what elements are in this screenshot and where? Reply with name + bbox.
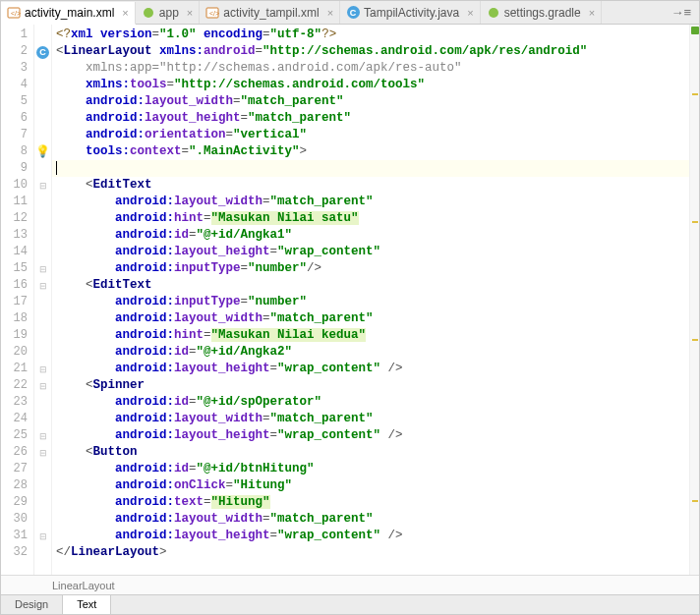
tab-activity-main[interactable]: </> activity_main.xml ×: [1, 2, 136, 25]
tabs-overflow-menu[interactable]: →≡: [663, 5, 699, 20]
close-icon[interactable]: ×: [327, 7, 333, 19]
java-class-icon: C: [346, 6, 360, 20]
editor-mode-tabs: Design Text: [1, 594, 699, 614]
tab-app[interactable]: app ×: [136, 1, 200, 24]
line-number-gutter: 1234567891011121314151617181920212223242…: [1, 25, 34, 575]
tab-text[interactable]: Text: [63, 595, 111, 614]
breadcrumb-item[interactable]: LinearLayout: [52, 580, 115, 591]
svg-point-2: [144, 8, 153, 18]
tab-tampil-activity-java[interactable]: C TampilActivity.java ×: [340, 1, 481, 24]
xml-file-icon: </>: [7, 6, 21, 20]
tab-label: TampilActivity.java: [364, 6, 459, 20]
analysis-ok-icon: [691, 27, 699, 34]
editor-tabs: </> activity_main.xml × app × </> activi…: [1, 1, 699, 25]
tab-design[interactable]: Design: [1, 595, 63, 614]
tab-activity-tampil[interactable]: </> activity_tampil.xml ×: [200, 1, 340, 24]
close-icon[interactable]: ×: [122, 7, 128, 19]
code-editor[interactable]: 1234567891011121314151617181920212223242…: [1, 25, 699, 575]
close-icon[interactable]: ×: [467, 7, 473, 19]
code-area[interactable]: <?xml version="1.0" encoding="utf-8"?><L…: [52, 25, 689, 575]
tab-label: settings.gradle: [504, 6, 581, 20]
tab-label: app: [159, 6, 179, 20]
warning-marker[interactable]: [692, 339, 698, 341]
svg-text:</>: </>: [11, 10, 21, 17]
tab-settings-gradle[interactable]: settings.gradle ×: [481, 1, 602, 24]
marker-gutter: C💡⊟⊟⊟⊟⊟⊟⊟⊟: [34, 25, 52, 575]
warning-marker[interactable]: [692, 221, 698, 223]
svg-point-5: [489, 8, 498, 18]
warning-marker[interactable]: [692, 500, 698, 502]
svg-text:</>: </>: [209, 10, 219, 17]
tab-label: activity_tampil.xml: [223, 6, 319, 20]
error-stripe[interactable]: [689, 25, 699, 575]
tab-label: activity_main.xml: [25, 6, 114, 20]
gradle-file-icon: [487, 6, 500, 20]
breadcrumb[interactable]: LinearLayout: [1, 575, 699, 594]
close-icon[interactable]: ×: [589, 7, 595, 19]
gradle-file-icon: [142, 6, 155, 20]
warning-marker[interactable]: [692, 93, 698, 95]
close-icon[interactable]: ×: [187, 7, 193, 19]
xml-file-icon: </>: [205, 6, 219, 20]
